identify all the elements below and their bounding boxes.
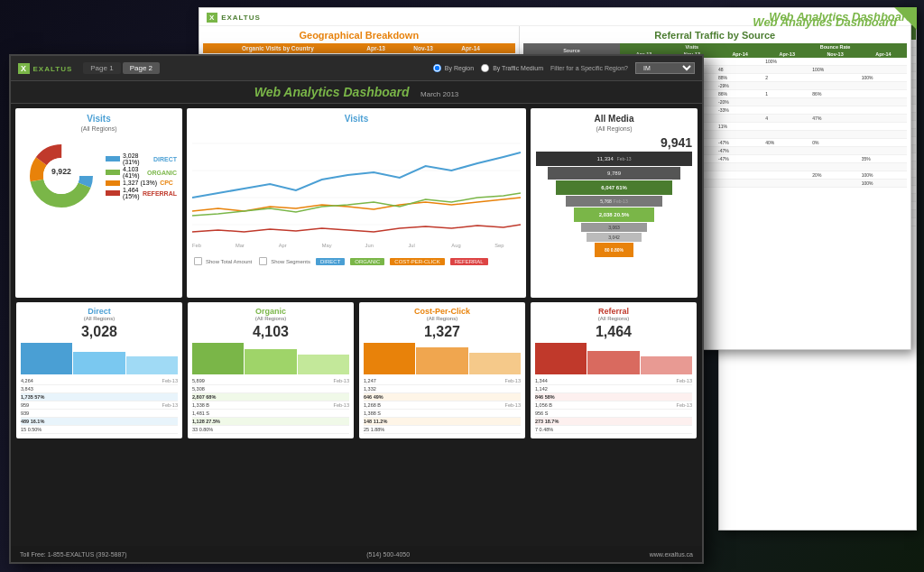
cpc-bar-current — [364, 343, 415, 374]
legend-referral-bar — [106, 190, 120, 196]
organic-card-subtitle: (All Regions) — [192, 316, 349, 321]
direct-card: Direct (All Regions) 3,028 4,264Feb-13 3… — [16, 302, 182, 438]
x-label: Jul — [408, 243, 414, 248]
referral-title: Referral — [535, 307, 692, 316]
organic-stat-6: 1,128 27.5% — [192, 418, 349, 426]
media-title: All Media — [536, 114, 692, 124]
legend-cpc: 1,327 (13%) CPC — [106, 180, 177, 186]
direct-bar-prev1 — [73, 352, 125, 374]
referral-card-subtitle: (All Regions) — [535, 316, 692, 321]
dashboard-header: X EXALTUS Page 1 Page 2 By Region By Tra… — [11, 56, 702, 81]
x-label: Sep — [494, 243, 504, 248]
referral-stat-4: 1,056 BFeb-13 — [535, 401, 692, 410]
x-label: May — [322, 243, 332, 248]
direct-bars — [21, 343, 178, 374]
footer-phone: (514) 500-4050 — [366, 551, 410, 558]
referral-stat-1: 1,344Feb-13 — [535, 377, 692, 385]
direct-stat-6: 489 16.1% — [21, 418, 178, 426]
visits-title: Visits — [21, 114, 177, 124]
funnel-bar-7: 3,042 — [587, 233, 642, 242]
cpc-card-subtitle: (All Regions) — [364, 316, 521, 321]
funnel-bar-1: 11,334 Feb-13 — [536, 152, 692, 166]
organic-line — [192, 193, 521, 216]
all-media-card: All Media (All Regions) 9,941 11,334 Feb… — [531, 108, 698, 298]
page-title: Web Analytics Dashboard — [769, 10, 913, 23]
referral-bars — [535, 343, 692, 374]
visits-legend: 3,028 (31%) DIRECT 4,103 (41%) ORGANIC 1… — [106, 152, 177, 200]
referral-toggle-btn[interactable]: REFERRAL — [450, 258, 488, 265]
x-label: Mar — [236, 243, 245, 248]
cpc-card: Cost-Per-Click (All Regions) 1,327 1,247… — [359, 302, 525, 438]
radio-by-medium[interactable]: By Traffic Medium — [479, 62, 543, 74]
show-total-check[interactable] — [194, 257, 202, 265]
x-label: Aug — [451, 243, 460, 248]
cpc-bar-prev2 — [469, 353, 521, 374]
referral-stat-6: 273 18.7% — [535, 418, 692, 426]
direct-stat-4: 959Feb-13 — [21, 401, 178, 410]
organic-stats: 5,899Feb-13 5,308 2,807 68% 1,338 BFeb-1… — [192, 377, 349, 434]
region-filter[interactable]: IM All Regions — [635, 62, 695, 74]
cpc-toggle-btn[interactable]: COST-PER-CLICK — [390, 258, 444, 265]
referral-bar-current — [535, 343, 587, 374]
direct-stat-1: 4,264Feb-13 — [21, 377, 178, 385]
tab-page1[interactable]: Page 1 — [83, 62, 120, 74]
footer-toll-free: Toll Free: 1-855-EXALTUS (392-5887) — [20, 551, 127, 558]
title-bar: Web Analytics Dashboard March 2013 — [11, 81, 702, 104]
funnel-bar-6: 3,063 — [581, 223, 647, 232]
direct-label: DIRECT — [153, 156, 177, 162]
show-total-label[interactable]: Show Total Amount — [192, 255, 252, 267]
funnel-chart: 11,334 Feb-13 9,789 6,047 61% 5,768 Feb-… — [536, 150, 692, 259]
legend-direct-bar — [106, 156, 120, 161]
filter-label: Filter for a Specific Region? — [550, 65, 628, 71]
donut-chart: 9,922 — [21, 135, 102, 217]
referral-stat-3: 846 58% — [535, 393, 692, 401]
funnel-bar-8: 80 0.80% — [595, 243, 633, 257]
organic-stat-1: 5,899Feb-13 — [192, 377, 349, 385]
dashboard-footer: Toll Free: 1-855-EXALTUS (392-5887) (514… — [11, 546, 702, 562]
direct-card-subtitle: (All Regions) — [21, 316, 178, 321]
media-total: 9,941 — [536, 135, 692, 150]
corner-accent — [894, 7, 917, 30]
organic-toggle-btn[interactable]: ORGANIC — [350, 258, 384, 265]
direct-toggle-btn[interactable]: DIRECT — [316, 258, 345, 265]
back-panel-logo: X EXALTUS — [207, 12, 261, 22]
organic-bar-prev1 — [245, 349, 296, 374]
legend-organic-bar — [106, 170, 120, 175]
cpc-bar-prev1 — [416, 347, 467, 374]
bottom-row: Direct (All Regions) 3,028 4,264Feb-13 3… — [11, 302, 702, 444]
main-row: Visits (All Regions) — [11, 104, 702, 302]
show-segments-check[interactable] — [259, 257, 267, 265]
total-line — [192, 152, 521, 198]
geo-title: Geographical Breakdown — [203, 30, 515, 41]
cpc-stat-6: 148 11.2% — [364, 418, 521, 426]
visits-card: Visits (All Regions) — [15, 108, 182, 298]
direct-stat-5: 939 — [21, 410, 178, 418]
tab-page2[interactable]: Page 2 — [123, 62, 160, 74]
visits-content: 9,922 3,028 (31%) DIRECT 4,103 (41%) — [21, 135, 177, 217]
organic-stat-5: 1,481 S — [192, 410, 349, 418]
funnel-bar-4: 5,768 Feb-13 — [566, 196, 662, 207]
organic-stat-4: 1,338 BFeb-13 — [192, 401, 349, 410]
tab-container: Page 1 Page 2 — [83, 62, 160, 74]
referral-line — [192, 225, 521, 232]
referral-bar-prev2 — [641, 356, 692, 374]
funnel-bar-3: 6,047 61% — [556, 180, 673, 195]
direct-stat-3: 1,735 57% — [21, 393, 178, 401]
visits-line-card: Visits — [187, 108, 526, 298]
funnel-bar-2: 9,789 — [548, 167, 680, 180]
media-subtitle: (All Regions) — [536, 125, 692, 132]
funnel-bar-5: 2,038 20.5% — [574, 208, 655, 222]
cpc-stat-7: 25 1.88% — [364, 426, 521, 434]
cpc-title: Cost-Per-Click — [364, 307, 521, 316]
line-title: Visits — [192, 114, 521, 124]
direct-stat-7: 15 0.50% — [21, 426, 178, 434]
radio-by-region[interactable]: By Region — [431, 62, 474, 74]
show-segments-label[interactable]: Show Segments — [257, 255, 310, 267]
x-label: Feb — [192, 243, 202, 248]
direct-title: Direct — [21, 307, 178, 316]
organic-bar-prev2 — [298, 355, 349, 374]
donut-center-bg — [43, 158, 79, 194]
front-panel: X EXALTUS Page 1 Page 2 By Region By Tra… — [9, 54, 704, 564]
dashboard-controls: By Region By Traffic Medium Filter for a… — [431, 62, 695, 74]
cpc-stat-4: 1,268 BFeb-13 — [364, 401, 521, 410]
